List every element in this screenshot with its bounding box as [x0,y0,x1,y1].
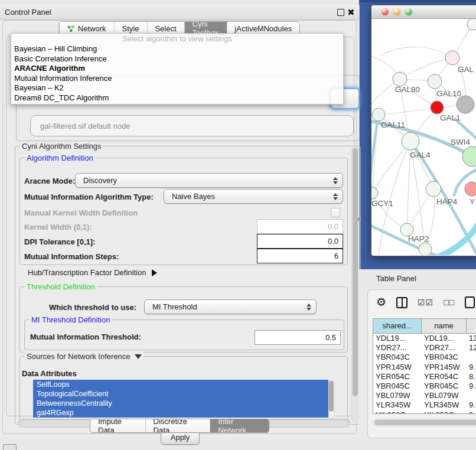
algorithm-option-bayesian-k2[interactable]: Bayesian – K2 [11,83,343,93]
columns-icon[interactable] [396,297,407,308]
network-nodes[interactable] [371,19,476,255]
algorithm-option-dream8-dc-tdc-algorithm[interactable]: Dream8 DC_TDC Algorithm [11,93,343,103]
algorithm-option-mutual-information-inference[interactable]: Mutual Information Inference [11,74,343,84]
table-cell: YER054C [373,372,422,381]
float-window-icon[interactable] [337,9,344,16]
network-node[interactable] [467,19,476,30]
which-threshold-label: Which threshold to use: [49,303,136,312]
network-node[interactable] [419,243,432,255]
network-view-window[interactable]: GALGAL80GAL10GAL1GAL11GAL4SWI4HAP4YGCY1H… [371,5,476,256]
mi-algorithm-type-select[interactable]: Naive Bayes [164,189,343,204]
node-label-swi4: SWI4 [451,138,470,146]
table-cell: YDR27... [373,343,422,353]
kernel-width-label: Kernel Width (0,1): [24,223,92,231]
network-node-gal1[interactable] [431,101,444,114]
close-icon[interactable]: ✖ [347,6,355,18]
minimize-traffic-light-icon[interactable] [393,8,400,15]
manual-kernel-width-checkbox[interactable] [331,208,340,217]
column-header-partial[interactable] [467,319,476,333]
table-toolbar: ⚙ ☑☑ □□ [376,296,475,309]
close-traffic-light-icon[interactable] [382,8,389,15]
table-cell: 13 [467,334,476,343]
tab-impute-data[interactable]: Impute Data [90,419,146,432]
kernel-width-field[interactable]: 0.0 [257,219,343,234]
network-node-gcy1[interactable] [371,187,378,199]
table-cell: YBR043C [422,353,467,362]
table-cell: YDL19... [373,334,422,343]
network-selector-field[interactable]: gal-filtered.sif default node [30,115,354,136]
table-cell: YBR045C [422,381,467,391]
network-node-swi4[interactable] [462,146,476,167]
node-label-gal10: GAL10 [436,89,461,98]
table-cell: YDR27... [422,343,467,353]
function-builder-icon[interactable] [465,296,475,308]
aracne-mode-value: Discovery [83,176,117,185]
expand-right-icon [152,269,157,276]
attribute-item-gal4rgexp[interactable]: gal4RGexp [33,408,328,418]
which-threshold-select[interactable]: MI Threshold [144,299,317,314]
attribute-item-betweennesscentrality[interactable]: BetweennessCentrality [33,399,328,408]
network-node-y[interactable] [465,182,476,196]
dpi-tolerance-field[interactable]: 0.0 [257,234,343,249]
control-panel: Control Panel ✖ Inference Algorithm gal-… [0,5,360,437]
mi-threshold-field[interactable]: 0.5 [255,330,341,345]
deselect-all-columns-icon[interactable]: □□ [444,296,455,309]
column-header-shared[interactable]: shared... [373,319,422,333]
algorithm-option-bayesian-hill-climbing[interactable]: Bayesian – Hill Climbing [11,44,343,54]
table-cell: YPR145W [373,363,422,372]
table-row[interactable]: YIL052CYIL052C9. [373,410,476,414]
attribute-item-topologicalcoefficient[interactable]: TopologicalCoefficient [33,389,328,399]
table-cell: 9. [467,363,476,372]
network-node-gal4[interactable] [402,132,419,150]
table-cell: 8. [467,372,476,381]
mi-steps-label: Mutual Information Steps: [24,252,119,261]
node-label-hap4: HAP4 [436,197,458,206]
control-panel-title: Control Panel [5,5,51,19]
node-label-gal11: GAL11 [381,120,405,129]
settings-scrollbar-thumb[interactable] [353,148,358,396]
table-row[interactable]: YPR145WYPR145W9. [373,363,476,372]
network-node[interactable] [457,96,474,113]
table-row[interactable]: YDL19...YDL19...13 [373,334,476,343]
table-row[interactable]: YBL079WYBL079W [373,391,476,400]
table-row[interactable]: YDR27...YDR27...12 [373,343,476,353]
network-canvas[interactable]: GALGAL80GAL10GAL1GAL11GAL4SWI4HAP4YGCY1H… [371,19,476,255]
table-row[interactable]: YBR045CYBR045C9. [373,381,476,391]
attributes-scrollbar-thumb[interactable] [329,381,334,412]
panel-collapse-arrow-icon[interactable] [357,216,360,222]
network-node-labels: GALGAL80GAL10GAL1GAL11GAL4SWI4HAP4YGCY1H… [371,65,475,243]
network-node-gal10[interactable] [428,74,442,89]
table-row[interactable]: YER054CYER054C8. [373,372,476,381]
aracne-mode-select[interactable]: Discovery [75,173,343,188]
algorithm-option-aracne-algorithm[interactable]: ARACNE Algorithm [11,64,343,74]
network-node-gal80[interactable] [393,72,407,86]
table-cell: YBL079W [422,391,467,400]
table-hscrollbar-thumb[interactable] [374,420,476,425]
attribute-item-selfloops[interactable]: SelfLoops [33,380,328,389]
network-window-titlebar [371,5,476,19]
tab-label: Discretize Data [154,419,203,433]
network-node-gal11[interactable] [372,108,385,121]
table-row[interactable]: YLR345WYLR345W9. [373,400,476,410]
minimized-panel-icon[interactable] [3,444,17,450]
table-panel-title: Table Panel [376,274,416,283]
mi-algorithm-type-label: Mutual Information Algorithm Type: [24,193,154,201]
column-header-name[interactable]: name [422,319,467,333]
table-header-row: shared...name [373,319,476,334]
tab-discretize-data[interactable]: Discretize Data [146,419,211,432]
data-attributes-list[interactable]: SelfLoopsTopologicalCoefficientBetweenne… [33,380,328,418]
select-all-columns-icon[interactable]: ☑☑ [418,296,433,309]
mi-steps-field[interactable]: 6 [257,249,343,263]
zoom-traffic-light-icon[interactable] [405,8,412,15]
network-node-gal[interactable] [445,51,459,65]
mi-algorithm-type-value: Naive Bayes [172,192,215,201]
algorithm-option-basic-correlation-inference[interactable]: Basic Correlation Inference [11,54,343,64]
tab-infer-network[interactable]: Infer Network [210,419,269,432]
dpi-tolerance-label: DPI Tolerance [0,1]: [24,237,95,246]
gear-icon[interactable]: ⚙ [376,296,386,309]
table-cell: YLR345W [422,400,467,410]
table-row[interactable]: YBR043CYBR043C [373,353,476,362]
network-icon [67,25,75,32]
network-node-hap4[interactable] [426,181,441,197]
hub-definition-toggle[interactable]: Hub/Transcription Factor Definition [28,268,157,277]
